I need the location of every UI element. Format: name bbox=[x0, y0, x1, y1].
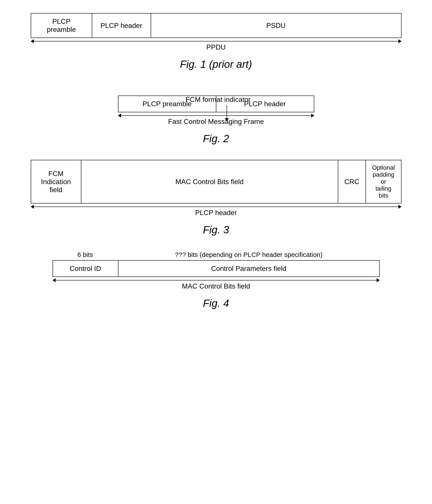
fig3-caption: Fig. 3 bbox=[18, 224, 414, 236]
fig1-box-psdu: PSDU bbox=[151, 14, 401, 37]
fig1-arrow-label: PPDU bbox=[31, 43, 401, 51]
fig2-container: FCM format indicator PLCP preamble PLCP … bbox=[118, 96, 314, 126]
fig3-boxes-row: FCM Indication field MAC Control Bits fi… bbox=[31, 160, 401, 204]
fig4-box-control-params: Control Parameters field bbox=[118, 261, 379, 277]
fig4-label-bits: ??? bits (depending on PLCP header speci… bbox=[118, 251, 380, 258]
fig4-labels-row: 6 bits ??? bits (depending on PLCP heade… bbox=[53, 251, 380, 258]
fig3-arrow-line bbox=[31, 207, 401, 207]
fig4-caption: Fig. 4 bbox=[18, 297, 414, 309]
fig4-boxes-row: Control ID Control Parameters field bbox=[53, 260, 380, 277]
fig1-box-plcp-preamble: PLCP preamble bbox=[31, 14, 92, 37]
fig2-caption: Fig. 2 bbox=[18, 133, 414, 144]
fig1-arrow-line bbox=[31, 41, 401, 41]
fig2-arrowhead bbox=[225, 118, 229, 121]
fig4-arrow-label: MAC Control Bits field bbox=[53, 282, 380, 290]
fig2-indicator-arrow bbox=[225, 105, 229, 121]
fig3-box-crc: CRC bbox=[338, 160, 366, 203]
fig3-box-fcm-indication: FCM Indication field bbox=[31, 160, 81, 203]
fig3-arrow-label: PLCP header bbox=[31, 209, 401, 217]
fig3-box-optional: Optional padding or tailing bits bbox=[366, 160, 401, 203]
figure-1: PLCP preamble PLCP header PSDU PPDU Fig.… bbox=[18, 13, 414, 70]
fig2-arrow-line-v bbox=[226, 105, 227, 118]
fig1-box-plcp-header: PLCP header bbox=[92, 14, 151, 37]
fig2-arrow-line bbox=[118, 115, 314, 116]
fig4-arrow-line bbox=[53, 280, 380, 280]
fig3-box-mac-control: MAC Control Bits field bbox=[81, 160, 338, 203]
fig1-boxes-row: PLCP preamble PLCP header PSDU bbox=[31, 13, 401, 38]
fig2-arrow bbox=[118, 115, 314, 116]
fig4-box-control-id: Control ID bbox=[53, 261, 118, 277]
figure-2: FCM format indicator PLCP preamble PLCP … bbox=[18, 96, 414, 144]
fig4-arrow bbox=[53, 280, 380, 280]
fig1-caption: Fig. 1 (prior art) bbox=[18, 58, 414, 70]
fig4-container: 6 bits ??? bits (depending on PLCP heade… bbox=[53, 251, 380, 290]
fig1-arrow bbox=[31, 41, 401, 41]
fig4-label-6bits: 6 bits bbox=[53, 251, 118, 258]
fig2-indicator-label: FCM format indicator bbox=[186, 96, 251, 104]
fig3-arrow bbox=[31, 207, 401, 207]
figure-3: FCM Indication field MAC Control Bits fi… bbox=[18, 160, 414, 236]
fig2-arrow-label: Fast Control Messaging Frame bbox=[118, 117, 314, 126]
figure-4: 6 bits ??? bits (depending on PLCP heade… bbox=[18, 251, 414, 309]
